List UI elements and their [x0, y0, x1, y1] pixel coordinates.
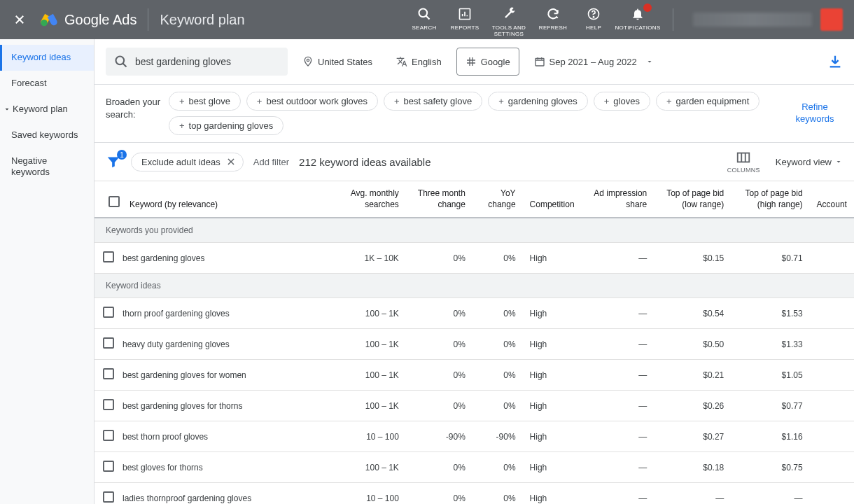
cell-impression: —: [582, 360, 654, 391]
download-button[interactable]: [827, 54, 843, 69]
sidebar-item-saved-keywords[interactable]: Saved keywords: [0, 122, 94, 148]
th-three-month[interactable]: Three month change: [406, 181, 472, 218]
table-row[interactable]: thorn proof gardening gloves100 – 1K0%0%…: [94, 298, 854, 329]
network-selector[interactable]: Google: [456, 48, 519, 76]
th-high-bid[interactable]: Top of page bid (high range): [731, 181, 809, 218]
columns-button[interactable]: COLUMNS: [727, 150, 760, 174]
sidebar-item-negative-keywords[interactable]: Negative keywords: [0, 148, 94, 186]
cell-competition: High: [523, 391, 582, 421]
close-icon[interactable]: [226, 157, 236, 167]
broaden-chip[interactable]: +garden equipment: [656, 92, 760, 111]
broaden-label: Broaden your search:: [106, 92, 169, 121]
account-area[interactable]: [693, 8, 843, 31]
app-header: Google Ads Keyword plan SEARCH REPORTS T…: [0, 0, 854, 39]
close-button[interactable]: [6, 6, 34, 34]
th-competition[interactable]: Competition: [523, 181, 582, 218]
location-selector[interactable]: United States: [293, 48, 382, 76]
th-impression-share[interactable]: Ad impression share: [582, 181, 654, 218]
broaden-chip[interactable]: +gloves: [594, 92, 650, 111]
table-row[interactable]: best gardening gloves1K – 10K0%0%High—$0…: [94, 243, 854, 274]
chip-label: best outdoor work gloves: [266, 96, 368, 106]
language-selector[interactable]: English: [387, 48, 451, 76]
keyword-search-input[interactable]: [135, 56, 279, 67]
notification-dot: [643, 4, 652, 12]
cell-account: [810, 452, 854, 483]
network-value: Google: [481, 57, 510, 67]
main-content: United States English Google Sep 2021 – …: [94, 39, 854, 504]
table-row[interactable]: best gloves for thorns100 – 1K0%0%High—$…: [94, 452, 854, 483]
th-yoy[interactable]: YoY change: [472, 181, 523, 218]
table-row[interactable]: ladies thornproof gardening gloves10 – 1…: [94, 483, 854, 504]
th-avg-searches[interactable]: Avg. monthly searches: [332, 181, 406, 218]
row-checkbox[interactable]: [103, 491, 114, 503]
row-checkbox[interactable]: [103, 368, 114, 379]
add-filter-button[interactable]: Add filter: [253, 157, 289, 167]
sidebar-nav: Keyword ideas Forecast Keyword plan Save…: [0, 39, 94, 504]
table-row[interactable]: best gardening gloves for thorns100 – 1K…: [94, 391, 854, 421]
cell-yoy: 0%: [472, 452, 523, 483]
svg-point-5: [116, 57, 125, 65]
table-row[interactable]: best thorn proof gloves10 – 100-90%-90%H…: [94, 421, 854, 452]
cell-avg: 10 – 100: [332, 421, 406, 452]
sidebar-item-keyword-plan[interactable]: Keyword plan: [0, 97, 94, 122]
filter-chip-exclude-adult[interactable]: Exclude adult ideas: [131, 153, 244, 172]
cell-low-bid: $0.21: [654, 360, 731, 391]
results-table-wrap[interactable]: Keyword (by relevance) Avg. monthly sear…: [94, 181, 854, 504]
broaden-chip[interactable]: +top gardening gloves: [169, 116, 284, 135]
view-selector[interactable]: Keyword view: [776, 157, 843, 167]
keyword-search-box[interactable]: [106, 48, 288, 76]
avatar[interactable]: [820, 8, 843, 31]
controls-bar: United States English Google Sep 2021 – …: [94, 39, 854, 85]
download-icon: [827, 54, 843, 69]
cell-yoy: -90%: [472, 421, 523, 452]
tool-settings[interactable]: TOOLS AND SETTINGS: [485, 1, 533, 38]
table-row[interactable]: heavy duty gardening gloves100 – 1K0%0%H…: [94, 329, 854, 360]
cell-high-bid: —: [731, 483, 809, 504]
row-checkbox[interactable]: [103, 251, 114, 262]
cell-impression: —: [582, 483, 654, 504]
tool-help[interactable]: HELP: [573, 1, 614, 31]
tool-reports[interactable]: REPORTS: [444, 1, 485, 31]
cell-yoy: 0%: [472, 391, 523, 421]
cell-keyword: best gardening gloves: [122, 243, 332, 274]
cell-keyword: best thorn proof gloves: [122, 421, 332, 452]
columns-icon: [736, 150, 751, 165]
sidebar-item-forecast[interactable]: Forecast: [0, 71, 94, 97]
cell-account: [810, 298, 854, 329]
cell-keyword: best gloves for thorns: [122, 452, 332, 483]
th-keyword[interactable]: Keyword (by relevance): [122, 181, 332, 218]
row-checkbox[interactable]: [103, 399, 114, 410]
broaden-chip[interactable]: +best safety glove: [384, 92, 482, 111]
th-account[interactable]: Account: [810, 181, 854, 218]
plus-icon: +: [604, 96, 610, 106]
svg-rect-7: [536, 58, 544, 66]
columns-label: COLUMNS: [727, 167, 760, 174]
date-range-selector[interactable]: Sep 2021 – Aug 2022: [525, 48, 663, 76]
tool-refresh[interactable]: REFRESH: [533, 1, 573, 31]
cell-keyword: thorn proof gardening gloves: [122, 298, 332, 329]
plus-icon: +: [179, 120, 185, 131]
bell-icon: [631, 7, 645, 21]
th-low-bid[interactable]: Top of page bid (low range): [654, 181, 731, 218]
select-all-checkbox[interactable]: [108, 196, 120, 207]
sidebar-item-keyword-ideas[interactable]: Keyword ideas: [0, 45, 94, 71]
refine-keywords-link[interactable]: Refine keywords: [787, 102, 843, 125]
cell-high-bid: $0.71: [731, 243, 809, 274]
filter-button[interactable]: 1: [106, 154, 121, 169]
row-checkbox[interactable]: [103, 461, 114, 472]
date-range-value: Sep 2021 – Aug 2022: [550, 57, 637, 67]
cell-low-bid: $0.26: [654, 391, 731, 421]
row-checkbox[interactable]: [103, 337, 114, 349]
cell-three-month: 0%: [406, 243, 472, 274]
cell-three-month: 0%: [406, 452, 472, 483]
tool-notifications[interactable]: NOTIFICATIONS: [614, 1, 662, 31]
tool-search[interactable]: SEARCH: [404, 1, 444, 31]
broaden-chip[interactable]: +best glove: [169, 92, 241, 111]
row-checkbox[interactable]: [103, 307, 114, 318]
cell-high-bid: $1.16: [731, 421, 809, 452]
broaden-chip[interactable]: +best outdoor work gloves: [246, 92, 378, 111]
row-checkbox[interactable]: [103, 430, 114, 441]
broaden-chip[interactable]: +gardening gloves: [488, 92, 588, 111]
table-row[interactable]: best gardening gloves for women100 – 1K0…: [94, 360, 854, 391]
reports-icon: [458, 7, 472, 21]
